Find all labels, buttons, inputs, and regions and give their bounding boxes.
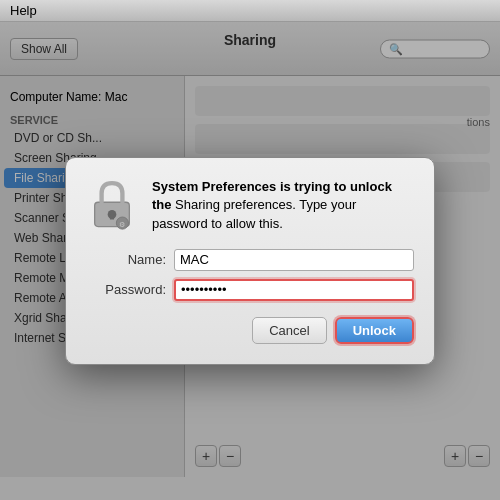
name-input[interactable] bbox=[174, 249, 414, 271]
dialog-header: ⚙ System Preferences is trying to unlock… bbox=[86, 178, 414, 233]
unlock-button[interactable]: Unlock bbox=[335, 317, 414, 344]
lock-icon-container: ⚙ bbox=[86, 178, 138, 230]
unlock-dialog: ⚙ System Preferences is trying to unlock… bbox=[65, 157, 435, 365]
lock-icon: ⚙ bbox=[86, 178, 138, 230]
password-label: Password: bbox=[86, 282, 166, 297]
dialog-message: System Preferences is trying to unlock t… bbox=[152, 178, 414, 233]
name-label: Name: bbox=[86, 252, 166, 267]
modal-overlay: ⚙ System Preferences is trying to unlock… bbox=[0, 22, 500, 500]
main-window: Show All Sharing 🔍 Computer Name: Mac Se… bbox=[0, 22, 500, 500]
menu-bar: Help bbox=[0, 0, 500, 22]
dialog-fields: Name: Password: bbox=[86, 249, 414, 301]
cancel-button[interactable]: Cancel bbox=[252, 317, 326, 344]
svg-text:⚙: ⚙ bbox=[119, 221, 125, 228]
svg-rect-2 bbox=[110, 215, 114, 220]
name-field-row: Name: bbox=[86, 249, 414, 271]
password-input[interactable] bbox=[174, 279, 414, 301]
menu-item-help[interactable]: Help bbox=[10, 3, 37, 18]
dialog-message-rest: Sharing preferences. Type your password … bbox=[152, 197, 356, 230]
password-field-row: Password: bbox=[86, 279, 414, 301]
dialog-buttons: Cancel Unlock bbox=[86, 317, 414, 344]
